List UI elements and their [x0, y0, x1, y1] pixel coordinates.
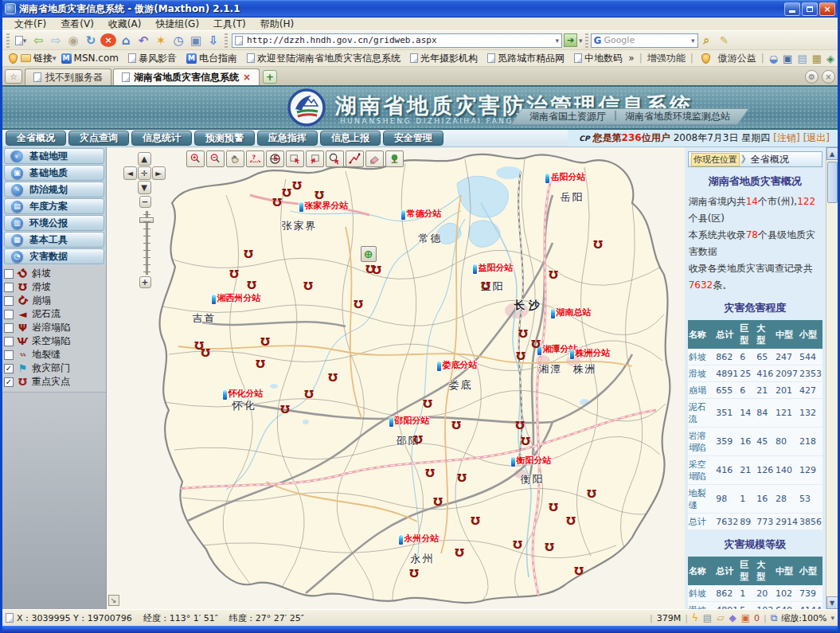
print-icon[interactable]: ▤	[703, 612, 712, 623]
hazard-point-icon[interactable]: Ω	[518, 328, 528, 339]
hazard-point-icon[interactable]: Ω	[545, 541, 554, 553]
search-placeholder[interactable]: Google	[604, 35, 691, 45]
url-dropdown-icon[interactable]: ▾	[555, 37, 559, 45]
station-岳阳分站[interactable]: 岳阳分站	[545, 171, 586, 183]
layer-checkbox[interactable]	[4, 296, 14, 306]
hazard-point-icon[interactable]: Ω	[531, 338, 541, 350]
hazard-point-icon[interactable]: Ω	[292, 180, 302, 191]
proxy-icon[interactable]: ◒	[769, 53, 778, 64]
page-zoom-label[interactable]: 缩放:100%	[781, 612, 826, 624]
station-张家界分站[interactable]: 张家界分站	[299, 200, 349, 212]
minimize-button[interactable]	[784, 2, 800, 16]
sidebar-panel-基础地质[interactable]: ▣基础地质	[4, 165, 104, 181]
pan-map-button[interactable]	[226, 150, 244, 167]
hazard-point-icon[interactable]: Ω	[457, 472, 467, 483]
tab-湖南省地质灾害信息系统[interactable]: 湖南省地质灾害信息系统×	[113, 68, 260, 85]
layer-checkbox[interactable]: ✓	[4, 377, 14, 387]
refresh-button[interactable]: ↻	[83, 33, 99, 49]
hazard-point-icon[interactable]: Ω	[413, 434, 423, 445]
menu-帮助(H)[interactable]: 帮助(H)	[253, 18, 301, 31]
station-永州分站[interactable]: 永州分站	[399, 533, 440, 545]
pan-down-button[interactable]: ▼	[138, 181, 151, 194]
linksbar-增强功能[interactable]: 增强功能	[647, 52, 686, 65]
wand-button[interactable]: ✶	[153, 33, 169, 49]
zoom-in-slider-button[interactable]: +	[139, 276, 151, 288]
nav-tab-安全管理[interactable]: 安全管理	[383, 131, 443, 146]
link-光年摄影机构[interactable]: 光年摄影机构	[410, 52, 478, 65]
layer-checkbox[interactable]	[4, 269, 14, 279]
zoom-out-map-button[interactable]	[206, 150, 225, 167]
hazard-point-icon[interactable]: Ω	[256, 358, 265, 369]
layer-checkbox[interactable]	[4, 337, 14, 346]
station-衡阳分站[interactable]: 衡阳分站	[511, 455, 552, 467]
boss-key-button[interactable]: ×	[822, 70, 835, 84]
nav-tab-应急指挥[interactable]: 应急指挥	[257, 131, 318, 146]
hazard-point-icon[interactable]: Ω	[455, 547, 464, 558]
plugin-icon[interactable]: ◈	[826, 53, 834, 64]
link-中地数码[interactable]: 中地数码	[574, 52, 623, 65]
home-button[interactable]: ⌂	[118, 33, 134, 49]
link-欢迎登陆湖南省地质灾害信息系统[interactable]: 欢迎登陆湖南省地质灾害信息系统	[247, 52, 400, 65]
hazard-point-icon[interactable]: Ω	[409, 568, 419, 579]
sidebar-panel-防治规划[interactable]: ✎防治规划	[4, 182, 104, 197]
hazard-point-icon[interactable]: Ω	[372, 264, 381, 275]
sidebar-panel-环境公报[interactable]: ▥环境公报	[4, 215, 104, 231]
hazard-point-icon[interactable]: Ω	[515, 420, 525, 431]
nav-tab-全省概况[interactable]: 全省概况	[6, 131, 66, 146]
favorites-star-button[interactable]: ☆	[5, 69, 22, 84]
map-viewport[interactable]: ?S ▲ ◄ ✛ ► ▼ − + ⊕ ↘ 岳阳张家界常德益阳吉首长沙湘潭株洲娄底…	[106, 147, 685, 609]
station-邵阳分站[interactable]: 邵阳分站	[389, 415, 430, 427]
hazard-point-icon[interactable]: Ω	[521, 436, 530, 447]
sidebar-panel-年度方案[interactable]: ▤年度方案	[4, 198, 104, 214]
pan-center-button[interactable]: ✛	[138, 166, 151, 180]
scroll-up-button[interactable]: ▲	[826, 147, 838, 160]
scroll-thumb[interactable]	[827, 162, 838, 203]
sidebar-panel-基本工具[interactable]: ▦基本工具	[4, 232, 104, 248]
hazard-point-icon[interactable]: Ω	[315, 190, 324, 201]
measure-map-button[interactable]: ?	[246, 150, 264, 167]
zoom-slider[interactable]	[142, 211, 151, 275]
hazard-point-icon[interactable]: Ω	[423, 398, 432, 409]
trash-icon[interactable]: ▦	[812, 53, 822, 64]
layer-checkbox[interactable]	[4, 350, 14, 360]
new-page-dropdown-icon[interactable]: ▾	[23, 37, 27, 45]
map-add-overlay-button[interactable]: ⊕	[361, 246, 377, 262]
hazard-point-icon[interactable]: Ω	[433, 496, 443, 507]
url-text[interactable]: http://dzzh.hndh.gov.cn/gridweb.aspx	[247, 35, 555, 45]
nav-tab-信息上报[interactable]: 信息上报	[320, 131, 381, 146]
pan-right-button[interactable]: ►	[152, 166, 166, 180]
station-湖南总站[interactable]: 湖南总站	[551, 307, 592, 318]
map-collapse-button[interactable]: ↘	[108, 595, 119, 606]
gem-icon[interactable]: ◆	[729, 612, 736, 623]
pan-left-button[interactable]: ◄	[123, 166, 137, 180]
highlight-icon[interactable]: ✎	[717, 33, 733, 49]
hazard-point-icon[interactable]: Ω	[549, 269, 558, 280]
station-株洲分站[interactable]: 株洲分站	[570, 347, 611, 359]
hazard-point-icon[interactable]: Ω	[303, 280, 313, 291]
select-circle-map-button[interactable]	[326, 150, 344, 167]
layer-checkbox[interactable]	[4, 283, 14, 292]
stop-button[interactable]: ×	[100, 33, 116, 47]
snap-button[interactable]: ▣	[188, 33, 204, 49]
hazard-point-icon[interactable]: Ω	[451, 420, 461, 431]
history-button[interactable]: ◷	[170, 33, 186, 49]
hazard-point-icon[interactable]: Ω	[272, 197, 282, 208]
hazard-point-icon[interactable]: Ω	[593, 239, 603, 250]
scroll-down-button[interactable]: ▼	[826, 596, 838, 609]
security-shield-icon[interactable]	[9, 53, 18, 64]
hazard-point-icon[interactable]: Ω	[481, 280, 490, 291]
hazard-point-icon[interactable]: Ω	[280, 404, 290, 415]
go-button[interactable]: ➔	[564, 33, 577, 47]
note-icon[interactable]: ▤	[797, 53, 807, 64]
page-zoom-icon[interactable]: ⧉	[771, 612, 778, 623]
go-dropdown-icon[interactable]: ▾	[579, 37, 583, 45]
deselect-rect-map-button[interactable]	[306, 150, 324, 167]
close-button[interactable]: ×	[819, 2, 835, 16]
hazard-point-icon[interactable]: Ω	[549, 502, 558, 513]
download-button[interactable]: ⇩	[205, 33, 221, 49]
menu-收藏(A)[interactable]: 收藏(A)	[101, 18, 149, 31]
links-overflow-icon[interactable]: »	[628, 53, 634, 64]
menu-快捷组(G)[interactable]: 快捷组(G)	[148, 18, 206, 31]
hazard-point-icon[interactable]: Ω	[328, 372, 338, 383]
nav-tab-灾点查询[interactable]: 灾点查询	[68, 131, 129, 146]
